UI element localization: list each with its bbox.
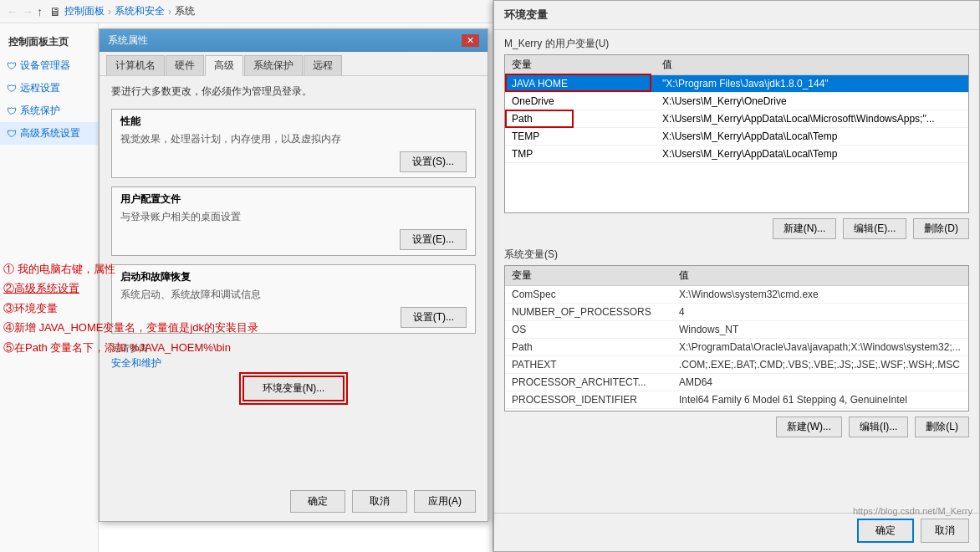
performance-desc: 视觉效果，处理器计划，内存使用，以及虚拟内存 (120, 132, 467, 146)
userprofile-desc: 与登录账户相关的桌面设置 (120, 210, 467, 224)
shield-icon-1: 🛡 (7, 60, 17, 72)
user-delete-button[interactable]: 删除(D) (913, 218, 969, 239)
breadcrumb-item-3: 系统 (175, 4, 195, 18)
sidebar-item-advanced[interactable]: 🛡 高级系统设置 (0, 122, 98, 145)
user-col-val: 值 (656, 55, 968, 75)
userprofile-settings-button[interactable]: 设置(E)... (400, 229, 467, 250)
env-ok-button[interactable]: 确定 (857, 519, 914, 543)
sidebar-label-3: 系统保护 (20, 104, 60, 118)
sysprops-footer: 确定 取消 应用(A) (111, 490, 476, 513)
sysprops-body: 要进行大多数更改，你必须作为管理员登录。 性能 视觉效果，处理器计划，内存使用，… (100, 76, 487, 410)
breadcrumb: 🖥 控制面板 › 系统和安全 › 系统 (49, 4, 195, 18)
forward-arrow-icon[interactable]: → (22, 5, 33, 18)
admin-note: 要进行大多数更改，你必须作为管理员登录。 (111, 84, 476, 99)
system-var-row[interactable]: PROCESSOR_ARCHITECT...AMD64 (505, 374, 968, 391)
tab-bar: 计算机名 硬件 高级 系统保护 远程 (100, 52, 487, 76)
system-var-row[interactable]: NUMBER_OF_PROCESSORS4 (505, 304, 968, 321)
env-btn-container: 环境变量(N)... (111, 376, 476, 401)
userprofile-section: 用户配置文件 与登录账户相关的桌面设置 设置(E)... (111, 187, 476, 256)
tab-computername[interactable]: 计算机名 (106, 55, 165, 75)
sys-col-var: 变量 (505, 266, 672, 286)
system-delete-button[interactable]: 删除(L) (915, 417, 969, 437)
sysprops-ok-button[interactable]: 确定 (290, 490, 345, 513)
env-dialog-footer: 确定 取消 (494, 513, 979, 548)
tab-sysprotect[interactable]: 系统保护 (244, 55, 303, 75)
sysprops-title: 系统属性 ✕ (100, 29, 487, 52)
performance-settings-button[interactable]: 设置(S)... (400, 151, 467, 172)
sidebar-item-devices[interactable]: 🛡 设备管理器 (0, 54, 98, 77)
userprofile-label: 用户配置文件 (120, 192, 467, 207)
breadcrumb-sep-2: › (168, 6, 171, 18)
user-vars-label: M_Kerry 的用户变量(U) (494, 30, 979, 54)
startup-settings-button[interactable]: 设置(T)... (401, 307, 467, 328)
control-panel-window: ← → ↑ 🖥 控制面板 › 系统和安全 › 系统 控制面板主页 🛡 设备管理器… (0, 0, 493, 552)
user-actions: 新建(N)... 编辑(E)... 删除(D) (494, 213, 979, 244)
annotation-3: ③环境变量 (3, 299, 258, 318)
system-edit-button[interactable]: 编辑(I)... (849, 417, 908, 437)
annotations: ① 我的电脑右键，属性 ②高级系统设置 ③环境变量 ④新增 JAVA_HOME变… (3, 259, 258, 357)
performance-section: 性能 视觉效果，处理器计划，内存使用，以及虚拟内存 设置(S)... (111, 109, 476, 178)
breadcrumb-item-2[interactable]: 系统和安全 (115, 4, 165, 18)
system-vars-label: 系统变量(S) (494, 244, 979, 265)
sidebar-label-1: 设备管理器 (20, 59, 70, 73)
annotation-1: ① 我的电脑右键，属性 (3, 259, 258, 279)
system-vars-table: 变量 值 ComSpecX:\Windows\system32\cmd.exeN… (505, 266, 968, 409)
user-var-row[interactable]: PathX:\Users\M_Kerry\AppData\Local\Micro… (505, 110, 968, 128)
sys-col-val: 值 (672, 266, 968, 286)
sidebar-item-sysprotect[interactable]: 🛡 系统保护 (0, 100, 98, 122)
watermark: https://blog.csdn.net/M_Kerry (853, 506, 972, 516)
user-new-button[interactable]: 新建(N)... (773, 218, 837, 239)
tab-hardware[interactable]: 硬件 (166, 55, 204, 75)
user-vars-section: M_Kerry 的用户变量(U) 变量 值 JAVA HOME"X:\Progr… (494, 30, 979, 244)
sidebar-item-remote[interactable]: 🛡 远程设置 (0, 77, 98, 100)
sysprops-cancel-button[interactable]: 取消 (352, 490, 407, 513)
env-dialog: 环境变量 M_Kerry 的用户变量(U) 变量 值 JAVA HOME"X:\… (493, 0, 980, 552)
system-var-row[interactable]: OSWindows_NT (505, 321, 968, 339)
tab-remote[interactable]: 远程 (304, 55, 342, 75)
breadcrumb-item-1[interactable]: 控制面板 (64, 4, 105, 18)
user-var-row[interactable]: TEMPX:\Users\M_Kerry\AppData\Local\Temp (505, 128, 968, 146)
system-vars-table-container: 变量 值 ComSpecX:\Windows\system32\cmd.exeN… (504, 265, 969, 411)
nav-bar: ← → ↑ 🖥 控制面板 › 系统和安全 › 系统 (0, 0, 493, 23)
shield-icon-2: 🛡 (7, 83, 17, 95)
annotation-4: ④新增 JAVA_HOME变量名，变量值是jdk的安装目录 (3, 318, 258, 337)
sidebar-header: 控制面板主页 (0, 30, 98, 54)
user-col-var: 变量 (505, 55, 656, 75)
extra-link[interactable]: 安全和维护 (111, 356, 476, 371)
performance-label: 性能 (120, 115, 467, 129)
system-new-button[interactable]: 新建(W)... (776, 417, 842, 437)
annotation-2: ②高级系统设置 (3, 279, 258, 298)
folder-icon: 🖥 (49, 5, 61, 18)
user-edit-button[interactable]: 编辑(E)... (843, 218, 906, 239)
system-actions: 新建(W)... 编辑(I)... 删除(L) (494, 411, 979, 442)
user-var-row[interactable]: OneDriveX:\Users\M_Kerry\OneDrive (505, 93, 968, 110)
system-vars-section: 系统变量(S) 变量 值 ComSpecX:\Windows\system32\… (494, 244, 979, 442)
system-var-row[interactable]: ComSpecX:\Windows\system32\cmd.exe (505, 286, 968, 304)
shield-icon-4: 🛡 (7, 128, 17, 140)
system-var-row[interactable]: PATHEXT.COM;.EXE;.BAT;.CMD;.VBS;.VBE;.JS… (505, 356, 968, 374)
user-vars-table-container: 变量 值 JAVA HOME"X:\Program Files\Java\jdk… (504, 54, 969, 213)
sysprops-apply-button[interactable]: 应用(A) (414, 490, 476, 513)
annotation-5: ⑤在Path 变量名下，添加 %JAVA_HOEM%\bin (3, 338, 258, 357)
tab-advanced[interactable]: 高级 (205, 55, 243, 76)
user-vars-table: 变量 值 JAVA HOME"X:\Program Files\Java\jdk… (505, 55, 968, 163)
user-var-row[interactable]: TMPX:\Users\M_Kerry\AppData\Local\Temp (505, 146, 968, 163)
back-arrow-icon[interactable]: ← (7, 5, 18, 18)
breadcrumb-sep-1: › (108, 6, 111, 18)
shield-icon-3: 🛡 (7, 105, 17, 117)
sidebar-label-4: 高级系统设置 (20, 126, 80, 141)
env-dialog-title: 环境变量 (494, 1, 979, 30)
system-var-row[interactable]: PathX:\ProgramData\Oracle\Java\javapath;… (505, 339, 968, 356)
env-variables-button[interactable]: 环境变量(N)... (242, 376, 345, 401)
user-var-row[interactable]: JAVA HOME"X:\Program Files\Java\jdk1.8.0… (505, 75, 968, 93)
up-arrow-icon[interactable]: ↑ (37, 5, 43, 18)
system-var-row[interactable]: PROCESSOR_IDENTIFIERIntel64 Family 6 Mod… (505, 391, 968, 409)
sidebar-label-2: 远程设置 (20, 81, 60, 95)
env-cancel-button[interactable]: 取消 (921, 519, 969, 543)
sysprops-close-button[interactable]: ✕ (462, 34, 479, 47)
sysprops-title-text: 系统属性 (108, 33, 148, 48)
